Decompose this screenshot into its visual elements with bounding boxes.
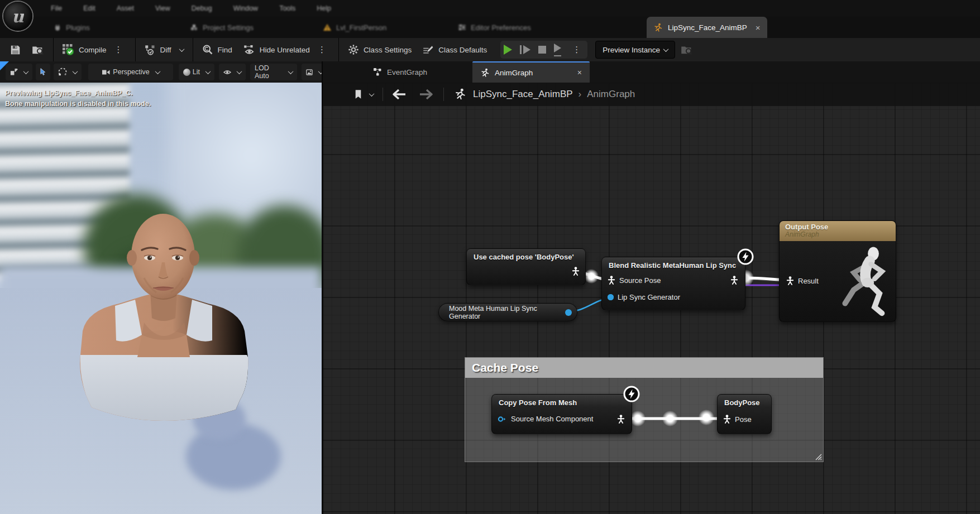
project-settings-icon (190, 23, 198, 32)
eye-icon (223, 69, 231, 75)
pose-watch-badge-icon[interactable] (623, 385, 640, 403)
tab-eventgraph[interactable]: EventGraph (365, 61, 435, 83)
hide-unrelated-kebab-icon[interactable]: ⋮ (314, 45, 329, 55)
preview-3d-scene[interactable]: Previewing LipSync_Face_AnimBP_C. Bone m… (0, 83, 322, 514)
stop-button[interactable] (538, 46, 546, 54)
viewport-options-button[interactable] (6, 64, 32, 80)
browse-button[interactable] (26, 38, 50, 61)
pose-input-pin[interactable]: Pose (723, 415, 752, 424)
toolbar-separator (53, 38, 54, 61)
tab-animgraph[interactable]: AnimGraph × (472, 61, 590, 83)
animbp-runner-icon (653, 23, 663, 32)
class-defaults-button[interactable]: Class Defaults (417, 38, 493, 61)
diff-label: Diff (160, 46, 171, 54)
menu-tools[interactable]: Tools (274, 4, 301, 12)
hide-unrelated-button[interactable]: Hide Unrelated ⋮ (238, 38, 335, 61)
viewport-status-overlay: Previewing LipSync_Face_AnimBP_C. Bone m… (5, 88, 151, 109)
result-pin[interactable]: Result (786, 276, 819, 285)
asset-toolbar: Compile ⋮ Diff Find Hide Unrelated ⋮ Cla… (0, 38, 980, 63)
node-title: Use cached pose 'BodyPose' (467, 249, 585, 263)
output-pose-pin[interactable] (572, 267, 580, 276)
node-copy-pose-from-mesh[interactable]: Copy Pose From Mesh Source Mesh Componen… (491, 394, 632, 434)
tab-editor-preferences[interactable]: Editor Preferences (452, 17, 537, 38)
diff-button[interactable]: Diff (139, 38, 189, 61)
tab-lvl-firstperson[interactable]: Lvl_FirstPerson (317, 17, 392, 38)
menu-view[interactable]: View (150, 4, 176, 12)
menu-edit[interactable]: Edit (78, 4, 101, 12)
lod-label: LOD Auto (255, 64, 283, 80)
source-mesh-component-pin[interactable]: Source Mesh Component (498, 415, 593, 423)
step-forward-button[interactable] (520, 45, 530, 54)
node-mood-lipsync-generator[interactable]: Mood Meta Human Lip Sync Generator (438, 303, 577, 321)
select-tool-button[interactable] (36, 64, 50, 80)
skip-to-end-button[interactable] (554, 44, 561, 56)
viewport-maximize-icon (10, 68, 18, 76)
tab-close-icon[interactable]: × (756, 23, 761, 32)
tab-project-settings[interactable]: Project Settings (184, 17, 259, 38)
menu-debug[interactable]: Debug (186, 4, 218, 12)
lod-dropdown[interactable]: LOD Auto (250, 64, 297, 80)
play-button[interactable] (504, 45, 512, 55)
tab-lipsync-face-animbp[interactable]: LipSync_Face_AnimBP × (647, 17, 767, 38)
source-pose-pin[interactable]: Source Pose (608, 276, 661, 285)
find-button[interactable]: Find (197, 38, 238, 61)
node-title: Mood Meta Human Lip Sync Generator (449, 305, 560, 320)
viewport-status-line1: Previewing LipSync_Face_AnimBP_C. (5, 88, 151, 99)
lit-mode-dropdown[interactable]: Lit (179, 64, 214, 80)
graph-tab-strip: EventGraph AnimGraph × (323, 61, 980, 83)
node-output-pose[interactable]: Output Pose AnimGraph Result (779, 220, 896, 322)
show-flags-dropdown[interactable] (219, 64, 246, 80)
plug-icon (54, 23, 61, 31)
step-bar (520, 45, 522, 54)
find-label: Find (218, 46, 232, 54)
transform-gizmo-button[interactable] (54, 64, 82, 80)
person-pin-icon (617, 415, 625, 424)
tab-animgraph-label: AnimGraph (495, 69, 533, 77)
node-use-cached-pose[interactable]: Use cached pose 'BodyPose' (466, 248, 586, 285)
pin-label: Lip Sync Generator (618, 293, 680, 301)
perspective-chevron-icon (155, 69, 160, 74)
mood-output-pin[interactable] (565, 309, 572, 316)
metahuman-bust (60, 211, 267, 434)
menu-asset[interactable]: Asset (111, 4, 140, 12)
folder-search-icon (32, 45, 44, 55)
lit-sphere-icon (183, 69, 190, 76)
blend-output-pin[interactable] (730, 276, 738, 285)
screenshot-dropdown[interactable] (302, 64, 322, 80)
mannequin-figure (830, 244, 892, 318)
menu-window[interactable]: Window (228, 4, 264, 12)
compile-options-kebab-icon[interactable]: ⋮ (111, 45, 126, 55)
tab-plugins[interactable]: Plugins (48, 17, 95, 38)
menu-help[interactable]: Help (311, 4, 337, 12)
wire-pulse-dot (584, 269, 599, 284)
menu-file[interactable]: File (45, 4, 68, 12)
lipsync-generator-pin[interactable]: Lip Sync Generator (608, 293, 680, 301)
camera-icon (102, 69, 111, 76)
pose-watch-badge-icon[interactable] (737, 248, 754, 266)
node-blend-metahuman-lipsync[interactable]: Blend Realistic MetaHuman Lip Sync Sourc… (601, 257, 745, 310)
animgraph-canvas[interactable]: Cache Pose Use cached pose 'BodyPose' (323, 83, 980, 514)
node-title: Blend Realistic MetaHuman Lip Sync (602, 257, 745, 271)
person-pin-icon (723, 415, 731, 424)
save-button[interactable] (4, 38, 26, 61)
play-options-kebab-icon[interactable]: ⋮ (569, 45, 584, 55)
find-icon (202, 44, 213, 55)
copy-pose-output-pin[interactable] (617, 415, 625, 424)
output-pose-header: Output Pose AnimGraph (780, 221, 896, 241)
compile-button[interactable]: Compile ⋮ (57, 38, 132, 61)
perspective-label: Perspective (113, 68, 149, 76)
preview-instance-dropdown[interactable]: Preview Instance (595, 41, 675, 59)
tab-close-icon[interactable]: × (577, 68, 582, 77)
show-flags-chevron-icon (237, 69, 242, 74)
gear-icon (348, 44, 359, 55)
simulation-controls: ⋮ (500, 41, 587, 59)
preview-viewport-panel: Previewing LipSync_Face_AnimBP_C. Bone m… (0, 61, 322, 514)
class-settings-button[interactable]: Class Settings (342, 38, 417, 61)
perspective-dropdown[interactable]: Perspective (88, 64, 173, 80)
browse-to-instance-button[interactable] (675, 38, 699, 61)
node-body-pose[interactable]: BodyPose Pose (717, 394, 772, 434)
unreal-logo-icon[interactable]: u (3, 2, 32, 31)
graph-editor-panel: Cache Pose Use cached pose 'BodyPose' (323, 61, 980, 514)
step-triangle (523, 45, 530, 54)
wire-pulse-dot (630, 411, 646, 426)
